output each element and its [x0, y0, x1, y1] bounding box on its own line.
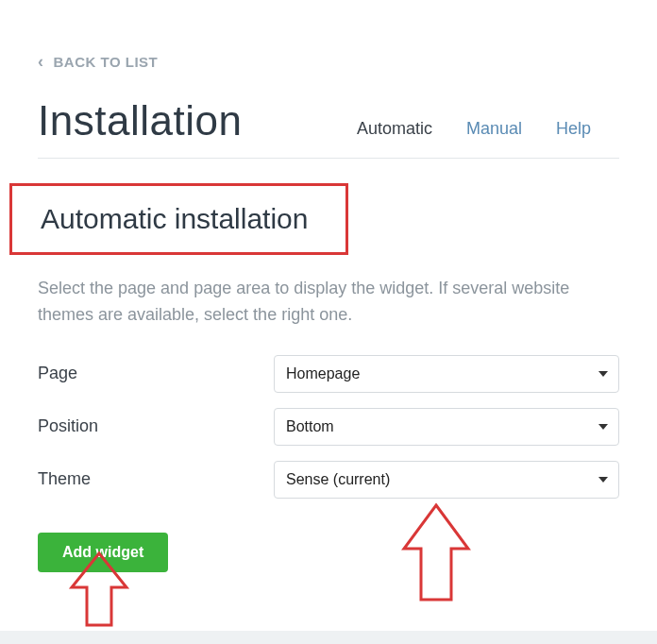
installation-form: Page Homepage Position Bottom Theme Sens…: [38, 355, 619, 572]
page-label: Page: [38, 364, 274, 383]
tabs: Automatic Manual Help: [357, 119, 591, 144]
section-title: Automatic installation: [41, 203, 308, 235]
back-to-list-link[interactable]: ‹ BACK TO LIST: [38, 53, 158, 70]
position-label: Position: [38, 416, 274, 436]
theme-select[interactable]: Sense (current): [274, 461, 619, 499]
divider: [38, 158, 619, 159]
page-title: Installation: [38, 97, 242, 144]
chevron-left-icon: ‹: [38, 53, 44, 70]
footer-strip: [0, 631, 657, 644]
page-select[interactable]: Homepage: [274, 355, 619, 393]
position-select[interactable]: Bottom: [274, 408, 619, 446]
back-label: BACK TO LIST: [54, 54, 159, 70]
tab-automatic[interactable]: Automatic: [357, 119, 432, 139]
section-title-highlight: Automatic installation: [9, 183, 348, 255]
theme-label: Theme: [38, 469, 274, 489]
add-widget-button[interactable]: Add widget: [38, 533, 168, 572]
section-help: Select the page and page area to display…: [38, 276, 619, 329]
tab-help[interactable]: Help: [556, 119, 591, 139]
tab-manual[interactable]: Manual: [466, 119, 522, 139]
